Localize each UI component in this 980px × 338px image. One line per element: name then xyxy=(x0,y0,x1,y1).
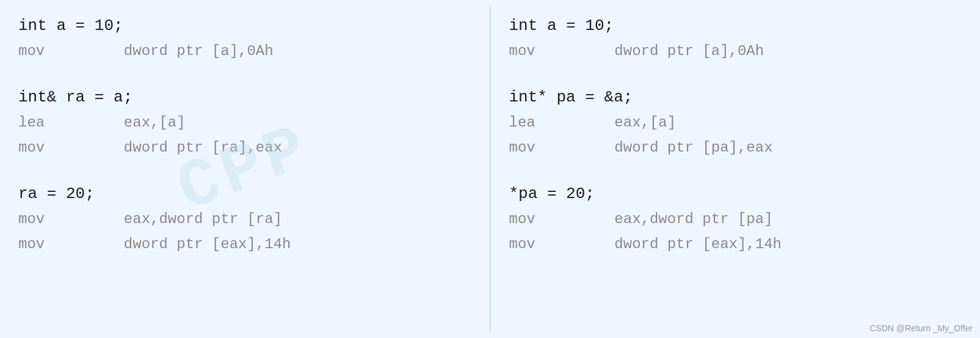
right-header-2: int* pa = &a; xyxy=(509,84,962,111)
right-header-1: int a = 10; xyxy=(509,12,962,39)
right-block-2: int* pa = &a; lea eax,[a] mov dword ptr … xyxy=(509,84,962,161)
right-panel: int a = 10; mov dword ptr [a],0Ah int* p… xyxy=(491,0,981,338)
left-asm-2-2: mov dword ptr [ra],eax xyxy=(18,136,471,161)
left-panel: CPP int a = 10; mov dword ptr [a],0Ah in… xyxy=(0,0,490,338)
left-asm-3-1: mov eax,dword ptr [ra] xyxy=(18,207,471,232)
left-header-2: int& ra = a; xyxy=(18,84,471,111)
right-asm-3-2: mov dword ptr [eax],14h xyxy=(509,232,962,257)
right-asm-1-1: mov dword ptr [a],0Ah xyxy=(509,39,962,64)
left-block-2: int& ra = a; lea eax,[a] mov dword ptr [… xyxy=(18,84,471,161)
right-asm-2-2: mov dword ptr [pa],eax xyxy=(509,136,962,161)
left-asm-1-1: mov dword ptr [a],0Ah xyxy=(18,39,471,64)
footer-label: CSDN @Return _My_Offer xyxy=(869,323,973,333)
left-header-1: int a = 10; xyxy=(18,12,471,39)
right-header-3: *pa = 20; xyxy=(509,180,962,207)
left-header-3: ra = 20; xyxy=(18,180,471,207)
right-block-1: int a = 10; mov dword ptr [a],0Ah xyxy=(509,12,962,64)
left-asm-2-1: lea eax,[a] xyxy=(18,111,471,136)
left-asm-3-2: mov dword ptr [eax],14h xyxy=(18,232,471,257)
main-content: CPP int a = 10; mov dword ptr [a],0Ah in… xyxy=(0,0,980,338)
right-block-3: *pa = 20; mov eax,dword ptr [pa] mov dwo… xyxy=(509,180,962,257)
right-asm-2-1: lea eax,[a] xyxy=(509,111,962,136)
left-block-3: ra = 20; mov eax,dword ptr [ra] mov dwor… xyxy=(18,180,471,257)
right-asm-3-1: mov eax,dword ptr [pa] xyxy=(509,207,962,232)
left-block-1: int a = 10; mov dword ptr [a],0Ah xyxy=(18,12,471,64)
